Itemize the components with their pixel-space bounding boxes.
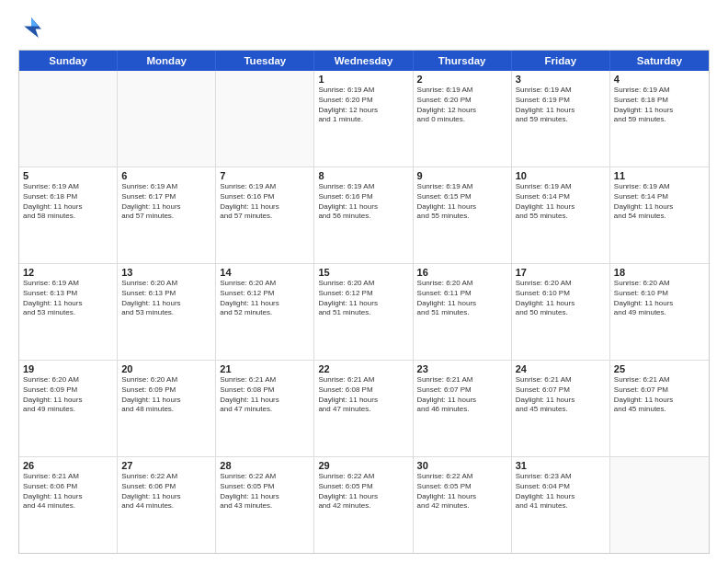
calendar-cell (216, 71, 314, 167)
calendar-cell: 30Sunrise: 6:22 AM Sunset: 6:05 PM Dayli… (414, 457, 512, 553)
cell-info: Sunrise: 6:20 AM Sunset: 6:09 PM Dayligh… (23, 375, 113, 415)
calendar-header: SundayMondayTuesdayWednesdayThursdayFrid… (19, 51, 709, 71)
calendar-cell: 5Sunrise: 6:19 AM Sunset: 6:18 PM Daylig… (19, 167, 118, 263)
calendar-cell: 11Sunrise: 6:19 AM Sunset: 6:14 PM Dayli… (610, 167, 709, 263)
day-number: 31 (516, 460, 606, 471)
calendar-cell: 6Sunrise: 6:19 AM Sunset: 6:17 PM Daylig… (118, 167, 216, 263)
page: SundayMondayTuesdayWednesdayThursdayFrid… (0, 0, 728, 563)
logo-icon (18, 15, 44, 40)
cell-info: Sunrise: 6:20 AM Sunset: 6:12 PM Dayligh… (318, 279, 408, 318)
cell-info: Sunrise: 6:21 AM Sunset: 6:07 PM Dayligh… (417, 375, 507, 415)
header (18, 15, 710, 40)
cell-info: Sunrise: 6:23 AM Sunset: 6:04 PM Dayligh… (516, 472, 606, 511)
day-number: 11 (614, 170, 705, 181)
cell-info: Sunrise: 6:21 AM Sunset: 6:07 PM Dayligh… (614, 375, 705, 415)
day-number: 15 (318, 267, 408, 278)
calendar-cell (19, 71, 118, 167)
cell-info: Sunrise: 6:19 AM Sunset: 6:16 PM Dayligh… (220, 182, 310, 222)
cell-info: Sunrise: 6:19 AM Sunset: 6:15 PM Dayligh… (417, 182, 507, 222)
day-number: 6 (121, 170, 211, 181)
cell-info: Sunrise: 6:20 AM Sunset: 6:09 PM Dayligh… (121, 375, 211, 415)
calendar-row: 19Sunrise: 6:20 AM Sunset: 6:09 PM Dayli… (19, 361, 709, 457)
calendar-cell: 14Sunrise: 6:20 AM Sunset: 6:12 PM Dayli… (216, 264, 314, 360)
day-number: 21 (220, 363, 310, 374)
calendar-cell: 20Sunrise: 6:20 AM Sunset: 6:09 PM Dayli… (118, 361, 216, 456)
cell-info: Sunrise: 6:21 AM Sunset: 6:07 PM Dayligh… (516, 375, 606, 415)
calendar-cell: 1Sunrise: 6:19 AM Sunset: 6:20 PM Daylig… (314, 71, 413, 167)
calendar-cell: 2Sunrise: 6:19 AM Sunset: 6:20 PM Daylig… (414, 71, 512, 167)
day-number: 5 (23, 170, 113, 181)
day-number: 16 (417, 267, 507, 278)
day-number: 10 (516, 170, 606, 181)
day-number: 18 (614, 267, 705, 278)
day-number: 19 (23, 363, 113, 374)
day-number: 1 (318, 74, 408, 85)
calendar-cell: 25Sunrise: 6:21 AM Sunset: 6:07 PM Dayli… (610, 361, 709, 456)
calendar-cell: 15Sunrise: 6:20 AM Sunset: 6:12 PM Dayli… (314, 264, 413, 360)
calendar: SundayMondayTuesdayWednesdayThursdayFrid… (18, 50, 710, 554)
cell-info: Sunrise: 6:21 AM Sunset: 6:08 PM Dayligh… (220, 375, 310, 415)
cell-info: Sunrise: 6:22 AM Sunset: 6:05 PM Dayligh… (417, 472, 507, 511)
day-number: 26 (23, 460, 113, 471)
calendar-header-cell: Wednesday (314, 51, 413, 71)
calendar-header-cell: Tuesday (216, 51, 314, 71)
day-number: 20 (121, 363, 211, 374)
calendar-cell: 23Sunrise: 6:21 AM Sunset: 6:07 PM Dayli… (414, 361, 512, 456)
cell-info: Sunrise: 6:20 AM Sunset: 6:10 PM Dayligh… (614, 279, 705, 318)
day-number: 7 (220, 170, 310, 181)
calendar-cell: 28Sunrise: 6:22 AM Sunset: 6:05 PM Dayli… (216, 457, 314, 553)
day-number: 27 (121, 460, 211, 471)
day-number: 23 (417, 363, 507, 374)
calendar-body: 1Sunrise: 6:19 AM Sunset: 6:20 PM Daylig… (19, 71, 709, 553)
calendar-header-cell: Saturday (610, 51, 709, 71)
cell-info: Sunrise: 6:19 AM Sunset: 6:18 PM Dayligh… (614, 86, 705, 125)
cell-info: Sunrise: 6:19 AM Sunset: 6:19 PM Dayligh… (516, 86, 606, 125)
cell-info: Sunrise: 6:21 AM Sunset: 6:08 PM Dayligh… (318, 375, 408, 415)
day-number: 13 (121, 267, 211, 278)
calendar-cell (610, 457, 709, 553)
calendar-header-cell: Sunday (19, 51, 118, 71)
calendar-cell (118, 71, 216, 167)
cell-info: Sunrise: 6:20 AM Sunset: 6:11 PM Dayligh… (417, 279, 507, 318)
calendar-cell: 31Sunrise: 6:23 AM Sunset: 6:04 PM Dayli… (512, 457, 610, 553)
day-number: 9 (417, 170, 507, 181)
calendar-cell: 13Sunrise: 6:20 AM Sunset: 6:13 PM Dayli… (118, 264, 216, 360)
cell-info: Sunrise: 6:19 AM Sunset: 6:20 PM Dayligh… (417, 86, 507, 125)
calendar-cell: 3Sunrise: 6:19 AM Sunset: 6:19 PM Daylig… (512, 71, 610, 167)
calendar-row: 5Sunrise: 6:19 AM Sunset: 6:18 PM Daylig… (19, 167, 709, 264)
cell-info: Sunrise: 6:22 AM Sunset: 6:05 PM Dayligh… (220, 472, 310, 511)
cell-info: Sunrise: 6:19 AM Sunset: 6:18 PM Dayligh… (23, 182, 113, 222)
logo (18, 15, 48, 40)
calendar-cell: 8Sunrise: 6:19 AM Sunset: 6:16 PM Daylig… (314, 167, 413, 263)
day-number: 17 (516, 267, 606, 278)
calendar-cell: 9Sunrise: 6:19 AM Sunset: 6:15 PM Daylig… (414, 167, 512, 263)
cell-info: Sunrise: 6:20 AM Sunset: 6:10 PM Dayligh… (516, 279, 606, 318)
cell-info: Sunrise: 6:19 AM Sunset: 6:14 PM Dayligh… (516, 182, 606, 222)
cell-info: Sunrise: 6:19 AM Sunset: 6:14 PM Dayligh… (614, 182, 705, 222)
cell-info: Sunrise: 6:22 AM Sunset: 6:05 PM Dayligh… (318, 472, 408, 511)
day-number: 14 (220, 267, 310, 278)
day-number: 3 (516, 74, 606, 85)
calendar-cell: 26Sunrise: 6:21 AM Sunset: 6:06 PM Dayli… (19, 457, 118, 553)
calendar-cell: 10Sunrise: 6:19 AM Sunset: 6:14 PM Dayli… (512, 167, 610, 263)
cell-info: Sunrise: 6:22 AM Sunset: 6:06 PM Dayligh… (121, 472, 211, 511)
cell-info: Sunrise: 6:20 AM Sunset: 6:12 PM Dayligh… (220, 279, 310, 318)
calendar-cell: 7Sunrise: 6:19 AM Sunset: 6:16 PM Daylig… (216, 167, 314, 263)
cell-info: Sunrise: 6:19 AM Sunset: 6:17 PM Dayligh… (121, 182, 211, 222)
calendar-row: 26Sunrise: 6:21 AM Sunset: 6:06 PM Dayli… (19, 457, 709, 553)
day-number: 4 (614, 74, 705, 85)
calendar-cell: 12Sunrise: 6:19 AM Sunset: 6:13 PM Dayli… (19, 264, 118, 360)
calendar-cell: 4Sunrise: 6:19 AM Sunset: 6:18 PM Daylig… (610, 71, 709, 167)
calendar-header-cell: Friday (512, 51, 610, 71)
calendar-header-cell: Monday (118, 51, 216, 71)
cell-info: Sunrise: 6:21 AM Sunset: 6:06 PM Dayligh… (23, 472, 113, 511)
day-number: 25 (614, 363, 705, 374)
calendar-cell: 22Sunrise: 6:21 AM Sunset: 6:08 PM Dayli… (314, 361, 413, 456)
calendar-cell: 27Sunrise: 6:22 AM Sunset: 6:06 PM Dayli… (118, 457, 216, 553)
day-number: 12 (23, 267, 113, 278)
day-number: 24 (516, 363, 606, 374)
day-number: 8 (318, 170, 408, 181)
calendar-cell: 19Sunrise: 6:20 AM Sunset: 6:09 PM Dayli… (19, 361, 118, 456)
cell-info: Sunrise: 6:19 AM Sunset: 6:16 PM Dayligh… (318, 182, 408, 222)
day-number: 30 (417, 460, 507, 471)
